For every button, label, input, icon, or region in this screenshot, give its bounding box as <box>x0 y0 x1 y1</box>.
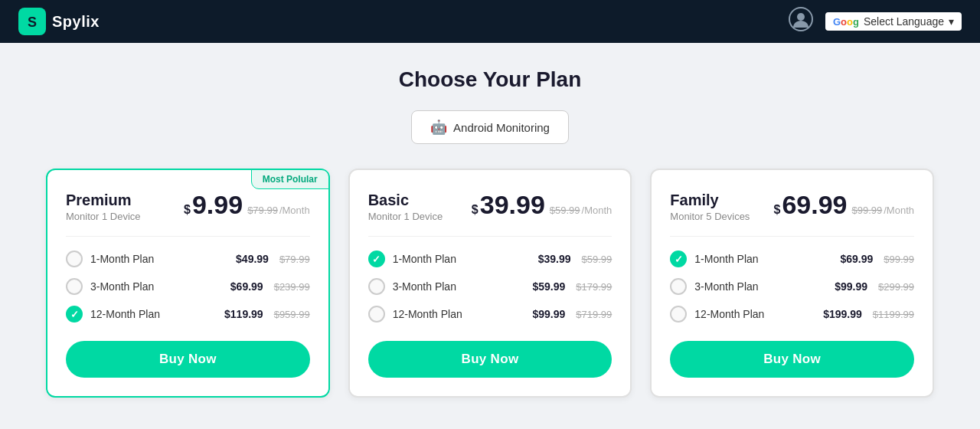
spylix-logo-icon: S <box>18 8 46 35</box>
buy-button-family[interactable]: Buy Now <box>670 341 914 378</box>
plan-header-basic: Basic Monitor 1 Device $ 39.99 $59.99 /M… <box>368 192 612 222</box>
option-price-old-basic-0: $59.99 <box>582 254 612 265</box>
svg-text:S: S <box>28 15 37 30</box>
option-price-old-basic-1: $179.99 <box>576 281 612 293</box>
option-label-premium-2: 12-Month Plan <box>90 308 211 320</box>
option-price-old-family-2: $1199.99 <box>873 309 914 320</box>
android-icon: 🤖 <box>430 119 447 136</box>
plan-price-main-basic: 39.99 <box>480 192 545 218</box>
option-price-old-family-1: $299.99 <box>878 281 914 293</box>
plan-card-basic: Basic Monitor 1 Device $ 39.99 $59.99 /M… <box>348 169 632 398</box>
option-price-old-basic-2: $719.99 <box>576 309 612 320</box>
option-price-old-premium-2: $959.99 <box>274 309 310 320</box>
divider-family <box>670 236 914 237</box>
navbar: S Spylix Goog Select Language ▾ <box>0 0 980 43</box>
option-price-premium-0: $49.99 <box>236 253 269 265</box>
plan-price-basic: $ 39.99 $59.99 /Month <box>472 192 612 218</box>
option-label-basic-1: 3-Month Plan <box>393 280 519 293</box>
divider-basic <box>368 236 612 237</box>
most-popular-badge: Most Polular <box>251 169 329 189</box>
plan-option-premium-1[interactable]: 3-Month Plan $69.99 $239.99 <box>66 278 310 295</box>
plan-name-basic: Basic <box>368 192 443 209</box>
navbar-right: Goog Select Language ▾ <box>789 7 962 37</box>
plan-price-main-premium: 9.99 <box>192 192 243 218</box>
option-price-basic-1: $59.99 <box>533 280 566 293</box>
option-label-premium-0: 1-Month Plan <box>90 253 222 265</box>
plan-dollar-premium: $ <box>184 203 191 217</box>
google-icon: Goog <box>833 16 859 28</box>
radio-family-1 <box>670 278 687 295</box>
plan-option-family-1[interactable]: 3-Month Plan $99.99 $299.99 <box>670 278 914 295</box>
plan-dollar-basic: $ <box>472 203 479 217</box>
svg-point-3 <box>797 13 805 21</box>
buy-button-premium[interactable]: Buy Now <box>66 341 310 378</box>
plan-header-family: Family Monitor 5 Devices $ 69.99 $99.99 … <box>670 192 914 222</box>
plan-price-period-basic: /Month <box>582 205 612 216</box>
user-icon[interactable] <box>789 7 813 37</box>
plan-option-family-2[interactable]: 12-Month Plan $199.99 $1199.99 <box>670 306 914 323</box>
divider-premium <box>66 236 310 237</box>
plan-card-family: Family Monitor 5 Devices $ 69.99 $99.99 … <box>650 169 934 398</box>
option-price-premium-2: $119.99 <box>224 308 263 320</box>
plan-price-old-family: $99.99 <box>851 205 882 216</box>
plan-option-basic-2[interactable]: 12-Month Plan $99.99 $719.99 <box>368 306 612 323</box>
option-label-family-0: 1-Month Plan <box>694 253 826 265</box>
plan-option-premium-2[interactable]: 12-Month Plan $119.99 $959.99 <box>66 306 310 323</box>
platform-btn-label: Android Monitoring <box>453 121 550 134</box>
plan-price-old-premium: $79.99 <box>247 205 278 216</box>
plan-options-basic: 1-Month Plan $39.99 $59.99 3-Month Plan … <box>368 251 612 323</box>
option-label-basic-2: 12-Month Plan <box>393 308 519 320</box>
plan-price-period-family: /Month <box>884 205 914 216</box>
page-title: Choose Your Plan <box>46 67 934 92</box>
radio-premium-0 <box>66 251 83 267</box>
logo-text: Spylix <box>52 13 100 31</box>
plan-price-old-basic: $59.99 <box>550 205 580 216</box>
option-price-old-family-0: $99.99 <box>884 254 914 265</box>
plan-card-premium: Most Polular Premium Monitor 1 Device $ … <box>46 169 330 398</box>
plan-price-main-family: 69.99 <box>782 192 847 218</box>
plan-option-basic-1[interactable]: 3-Month Plan $59.99 $179.99 <box>368 278 612 295</box>
android-monitoring-button[interactable]: 🤖 Android Monitoring <box>411 110 569 144</box>
option-price-family-0: $69.99 <box>840 253 873 265</box>
plan-options-family: 1-Month Plan $69.99 $99.99 3-Month Plan … <box>670 251 914 323</box>
plan-price-period-premium: /Month <box>279 205 310 216</box>
radio-premium-1 <box>66 278 83 295</box>
plan-price-family: $ 69.99 $99.99 /Month <box>773 192 914 218</box>
pricing-grid: Most Polular Premium Monitor 1 Device $ … <box>46 169 934 398</box>
radio-basic-1 <box>368 278 385 295</box>
logo[interactable]: S Spylix <box>18 8 100 35</box>
option-label-basic-0: 1-Month Plan <box>393 253 524 265</box>
plan-option-basic-0[interactable]: 1-Month Plan $39.99 $59.99 <box>368 251 612 267</box>
option-label-premium-1: 3-Month Plan <box>90 280 217 293</box>
platform-selector: 🤖 Android Monitoring <box>46 110 934 144</box>
plan-header-premium: Premium Monitor 1 Device $ 9.99 $79.99 /… <box>66 192 310 222</box>
option-price-old-premium-0: $79.99 <box>279 254 310 265</box>
option-price-premium-1: $69.99 <box>230 280 263 293</box>
plan-dollar-family: $ <box>773 203 780 217</box>
plan-name-family: Family <box>670 192 750 209</box>
radio-family-0 <box>670 251 687 267</box>
option-label-family-2: 12-Month Plan <box>694 308 809 320</box>
plan-option-premium-0[interactable]: 1-Month Plan $49.99 $79.99 <box>66 251 310 267</box>
plan-options-premium: 1-Month Plan $49.99 $79.99 3-Month Plan … <box>66 251 310 323</box>
buy-button-basic[interactable]: Buy Now <box>368 341 612 378</box>
option-price-basic-2: $99.99 <box>533 308 566 320</box>
radio-basic-0 <box>368 251 385 267</box>
plan-subtitle-family: Monitor 5 Devices <box>670 211 750 222</box>
language-selector[interactable]: Goog Select Language ▾ <box>825 12 962 31</box>
option-price-old-premium-1: $239.99 <box>274 281 310 293</box>
option-label-family-1: 3-Month Plan <box>694 280 821 293</box>
plan-option-family-0[interactable]: 1-Month Plan $69.99 $99.99 <box>670 251 914 267</box>
plan-subtitle-premium: Monitor 1 Device <box>66 211 141 222</box>
option-price-family-2: $199.99 <box>823 308 862 320</box>
language-dropdown-icon: ▾ <box>949 15 954 28</box>
main-content: Choose Your Plan 🤖 Android Monitoring Mo… <box>0 43 980 428</box>
option-price-basic-0: $39.99 <box>538 253 571 265</box>
option-price-family-1: $99.99 <box>835 280 867 293</box>
radio-basic-2 <box>368 306 385 323</box>
plan-name-premium: Premium <box>66 192 141 209</box>
plan-subtitle-basic: Monitor 1 Device <box>368 211 443 222</box>
plan-price-premium: $ 9.99 $79.99 /Month <box>184 192 310 218</box>
radio-family-2 <box>670 306 687 323</box>
radio-premium-2 <box>66 306 83 323</box>
